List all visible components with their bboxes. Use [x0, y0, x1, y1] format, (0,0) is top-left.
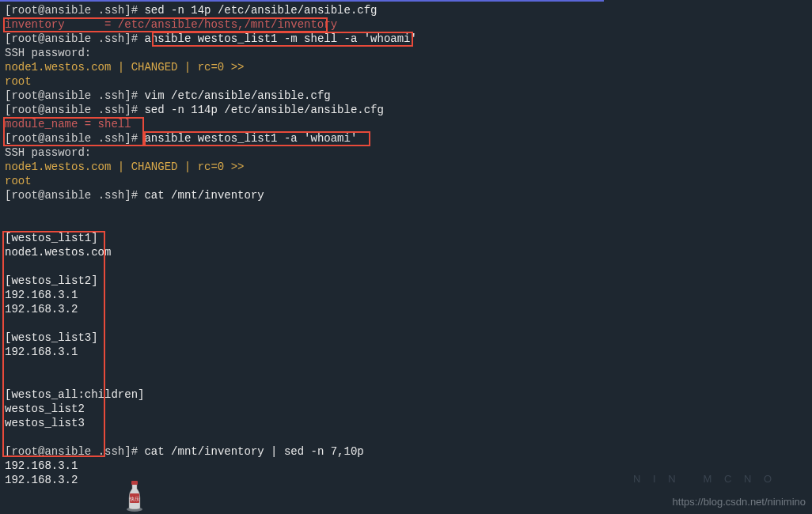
prompt: [root@ansible .ssh]# — [5, 32, 144, 45]
prompt-line-7: [root@ansible .ssh]# cat /mnt/inventory … — [5, 444, 807, 459]
prompt: [root@ansible .ssh]# — [5, 189, 144, 202]
prompt-line-4: [root@ansible .ssh]# sed -n 114p /etc/an… — [5, 103, 807, 117]
prompt: [root@ansible .ssh]# — [5, 104, 144, 116]
prompt: [root@ansible .ssh]# — [5, 89, 144, 102]
blank — [5, 316, 807, 331]
ssh-password-prompt: SSH password: — [5, 46, 807, 60]
prompt-line-6: [root@ansible .ssh]# cat /mnt/inventory — [5, 188, 807, 202]
svg-rect-1 — [131, 481, 138, 485]
whoami-output-2: root — [5, 174, 807, 188]
command-text: cat /mnt/inventory | sed -n 7,10p — [144, 445, 363, 458]
inventory-host-1: node1.westos.com — [5, 245, 807, 259]
prompt: [root@ansible .ssh]# — [5, 4, 144, 17]
command-text: vim /etc/ansible/ansible.cfg — [144, 89, 330, 102]
blank — [5, 373, 807, 387]
watermark-url: https://blog.csdn.net/ninimino — [673, 495, 806, 509]
command-text: ansible westos_list1 -a 'whoami' — [144, 132, 357, 145]
prompt: [root@ansible .ssh]# — [5, 445, 144, 458]
top-rule — [0, 0, 806, 2]
inventory-group-children: [westos_all:children] — [5, 387, 807, 402]
prompt-line-2: [root@ansible .ssh]# ansible westos_list… — [5, 32, 807, 46]
ansible-result-2: node1.westos.com | CHANGED | rc=0 >> — [5, 160, 807, 174]
inventory-child-1: westos_list2 — [5, 402, 807, 416]
svg-text:快乐: 快乐 — [129, 497, 139, 501]
blank — [5, 430, 807, 444]
inventory-host-4: 192.168.3.1 — [5, 345, 807, 359]
prompt-line-3: [root@ansible .ssh]# vim /etc/ansible/an… — [5, 89, 807, 103]
output-module-name: module_name = shell — [5, 117, 807, 131]
ansible-result-1: node1.westos.com | CHANGED | rc=0 >> — [5, 60, 807, 74]
prompt-line-1: [root@ansible .ssh]# sed -n 14p /etc/ans… — [5, 3, 807, 17]
prompt-line-5: [root@ansible .ssh]# ansible westos_list… — [5, 131, 807, 146]
inventory-group-1: [westos_list1] — [5, 231, 807, 245]
inventory-host-2: 192.168.3.1 — [5, 288, 807, 302]
blank — [5, 202, 807, 217]
ssh-password-prompt-2: SSH password: — [5, 146, 807, 160]
blank — [5, 217, 807, 231]
output-inventory-setting: inventory = /etc/ansible/hosts,/mnt/inve… — [5, 17, 807, 32]
faint-watermark: N I N M C N O — [633, 472, 776, 486]
inventory-child-2: westos_list3 — [5, 416, 807, 430]
command-text: sed -n 14p /etc/ansible/ansible.cfg — [144, 4, 377, 17]
inventory-group-3: [westos_list3] — [5, 331, 807, 345]
blank — [5, 359, 807, 373]
inventory-host-3: 192.168.3.2 — [5, 302, 807, 316]
terminal-output[interactable]: [root@ansible .ssh]# sed -n 14p /etc/ans… — [5, 3, 807, 487]
bottle-icon: 快乐 — [123, 479, 146, 512]
sed-output-1: 192.168.3.1 — [5, 459, 807, 473]
command-text: sed -n 114p /etc/ansible/ansible.cfg — [144, 104, 383, 116]
prompt: [root@ansible .ssh] — [5, 132, 131, 145]
whoami-output-1: root — [5, 74, 807, 89]
blank — [5, 259, 807, 274]
command-text: ansible westos_list1 -m shell -a 'whoami… — [144, 32, 416, 45]
command-text: cat /mnt/inventory — [144, 189, 264, 202]
inventory-group-2: [westos_list2] — [5, 274, 807, 288]
